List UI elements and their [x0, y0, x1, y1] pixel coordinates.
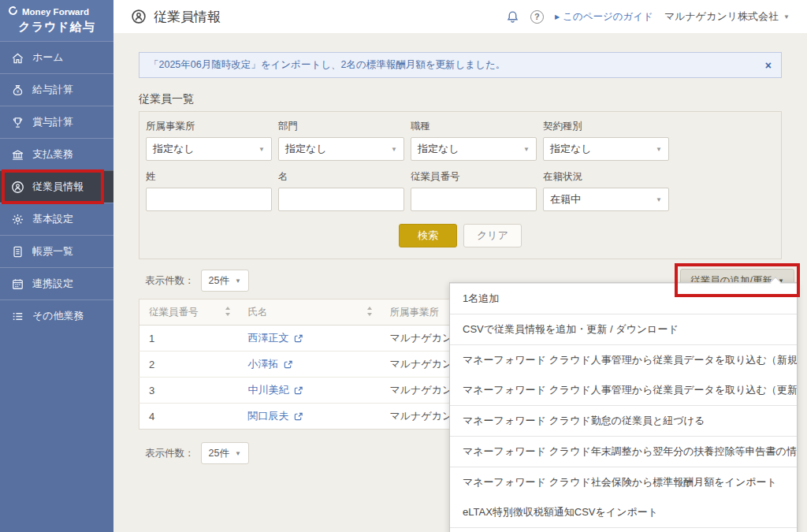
chevron-down-icon: ▼: [235, 277, 241, 285]
company-selector[interactable]: マルナゲカンリ株式会社 ▼: [664, 9, 790, 24]
menu-item[interactable]: 弥生給与からのデータ移行: [450, 528, 797, 532]
page-size-label: 表示件数：: [145, 274, 195, 288]
sidebar-item-label: ホーム: [32, 50, 64, 65]
sidebar-item-label: 従業員情報: [32, 180, 84, 194]
filter-field-first-name: 名: [278, 170, 404, 211]
page-title: 従業員情報: [154, 8, 221, 26]
menu-item[interactable]: 1名追加: [450, 284, 797, 314]
sidebar-item-others[interactable]: その他業務: [0, 299, 113, 332]
filter-label: 契約種別: [543, 120, 669, 133]
employee-name-link[interactable]: 中川美紀: [248, 383, 303, 397]
employee-name-link[interactable]: 関口辰夫: [248, 409, 303, 423]
search-button[interactable]: 検索: [399, 224, 457, 247]
status-select[interactable]: 在籍中▼: [543, 188, 669, 211]
sidebar-item-employees[interactable]: 従業員情報: [0, 170, 113, 203]
employee-number-cell: 2: [139, 352, 239, 378]
column-header-0[interactable]: 従業員番号: [139, 299, 239, 326]
filter-field-status: 在籍状況在籍中▼: [543, 170, 669, 211]
notification-banner: 「2025年06月随時改定」をインポートし、2名の標準報酬月額を更新しました。 …: [139, 52, 782, 78]
sidebar-item-label: 連携設定: [32, 277, 73, 291]
brand-name: Money Forward: [22, 7, 89, 17]
menu-item[interactable]: CSVで従業員情報を追加・更新 / ダウンロード: [450, 314, 797, 344]
first-name-input[interactable]: [278, 188, 404, 211]
sort-icon[interactable]: [366, 307, 373, 318]
select-value: 指定なし: [285, 142, 327, 156]
menu-group: マネーフォワード クラウド勤怠の従業員と紐づける: [450, 405, 797, 436]
filter-grid: 所属事業所指定なし▼部門指定なし▼職種指定なし▼契約種別指定なし▼姓名従業員番号…: [146, 120, 775, 211]
sidebar-nav: ホーム¥給与計算賞与計算支払業務従業員情報基本設定帳票一覧連携設定その他業務: [0, 41, 113, 332]
svg-text:¥: ¥: [17, 89, 20, 94]
sidebar-item-home[interactable]: ホーム: [0, 41, 113, 73]
chevron-down-icon: ▼: [235, 450, 241, 457]
help-icon[interactable]: ?: [530, 10, 544, 24]
chevron-down-icon: ▼: [783, 13, 790, 20]
menu-item[interactable]: eLTAX特別徴収税額通知CSVをインポート: [450, 497, 797, 527]
menu-item[interactable]: マネーフォワード クラウド年末調整から翌年分の扶養控除等申告書の情報をインポート: [450, 437, 797, 467]
chevron-down-icon: ▼: [656, 146, 662, 153]
external-link-icon: [293, 411, 303, 422]
banner-close-icon[interactable]: ×: [765, 60, 772, 71]
sidebar-item-payroll[interactable]: ¥給与計算: [0, 73, 113, 106]
money-bag-icon: ¥: [11, 84, 24, 97]
filter-label: 部門: [278, 120, 404, 133]
sort-icon[interactable]: [225, 307, 231, 318]
select-value: 指定なし: [418, 142, 459, 156]
menu-item[interactable]: マネーフォワード クラウド勤怠の従業員と紐づける: [450, 406, 797, 436]
filter-field-office: 所属事業所指定なし▼: [146, 120, 272, 161]
page-size-select[interactable]: 25件 ▼: [201, 442, 249, 464]
chevron-down-icon: ▼: [258, 146, 265, 153]
menu-item[interactable]: マネーフォワード クラウド社会保険から標準報酬月額をインポート: [450, 467, 797, 497]
sidebar-item-label: 基本設定: [32, 212, 73, 226]
employee-number-cell: 3: [139, 378, 239, 404]
column-label: 従業員番号: [149, 306, 199, 319]
filter-label: 従業員番号: [411, 170, 537, 184]
filter-panel: 所属事業所指定なし▼部門指定なし▼職種指定なし▼契約種別指定なし▼姓名従業員番号…: [139, 111, 782, 259]
office-select[interactable]: 指定なし▼: [146, 137, 272, 161]
external-link-icon: [283, 359, 293, 370]
section-title: 従業員一覧: [139, 92, 782, 111]
department-select[interactable]: 指定なし▼: [278, 137, 404, 161]
employee-name-link[interactable]: 西澤正文: [248, 331, 303, 345]
employee-name-link[interactable]: 小澤拓: [248, 357, 293, 371]
filter-field-employee-number: 従業員番号: [411, 170, 537, 211]
column-header-1[interactable]: 氏名: [239, 299, 381, 326]
last-name-input[interactable]: [146, 188, 272, 211]
sidebar-item-payment[interactable]: 支払業務: [0, 138, 113, 170]
employee-name-cell: 小澤拓: [239, 352, 381, 378]
gear-icon: [11, 213, 24, 226]
topbar: 従業員情報 ? ▶ このページのガイド マルナゲカンリ株式会社 ▼: [113, 0, 807, 33]
sidebar-item-label: その他業務: [32, 309, 84, 323]
menu-item[interactable]: マネーフォワード クラウド人事管理から従業員データを取り込む（更新）: [450, 375, 797, 405]
page-size-label: 表示件数：: [145, 447, 195, 460]
menu-group: 弥生給与からのデータ移行: [450, 527, 797, 532]
document-icon: [11, 245, 24, 259]
page-guide-link[interactable]: ▶ このページのガイド: [555, 10, 653, 24]
employee-number-cell: 4: [139, 404, 239, 430]
contract-select[interactable]: 指定なし▼: [543, 137, 669, 161]
sidebar-item-linkage[interactable]: 連携設定: [0, 267, 113, 299]
brand-logo[interactable]: Money Forward クラウド給与: [0, 0, 113, 41]
select-value: 指定なし: [153, 142, 195, 156]
sidebar-item-reports[interactable]: 帳票一覧: [0, 235, 113, 267]
sidebar-item-label: 支払業務: [32, 147, 73, 162]
page-size-select[interactable]: 25件 ▼: [201, 270, 249, 292]
menu-group: CSVで従業員情報を追加・更新 / ダウンロード: [450, 314, 797, 344]
chevron-down-icon: ▼: [391, 146, 397, 153]
bell-icon[interactable]: [506, 10, 519, 24]
select-value: 指定なし: [550, 142, 592, 156]
menu-item[interactable]: マネーフォワード クラウド人事管理から従業員データを取り込む（新規）: [450, 345, 797, 375]
clear-button[interactable]: クリア: [463, 224, 522, 247]
menu-group: マネーフォワード クラウド社会保険から標準報酬月額をインポートeLTAX特別徴収…: [450, 467, 797, 527]
column-label: 氏名: [248, 306, 268, 319]
chevron-down-icon: ▼: [523, 146, 530, 153]
filter-label: 所属事業所: [146, 120, 272, 133]
sidebar-item-bonus[interactable]: 賞与計算: [0, 106, 113, 138]
triangle-right-icon: ▶: [555, 13, 560, 20]
job-type-select[interactable]: 指定なし▼: [411, 137, 537, 161]
employee-number-input[interactable]: [411, 188, 537, 211]
column-label: 所属事業所: [390, 306, 440, 319]
sidebar-item-label: 給与計算: [32, 83, 73, 97]
filter-field-job-type: 職種指定なし▼: [411, 120, 537, 161]
sidebar-item-settings[interactable]: 基本設定: [0, 203, 113, 235]
filter-label: 姓: [146, 170, 272, 184]
